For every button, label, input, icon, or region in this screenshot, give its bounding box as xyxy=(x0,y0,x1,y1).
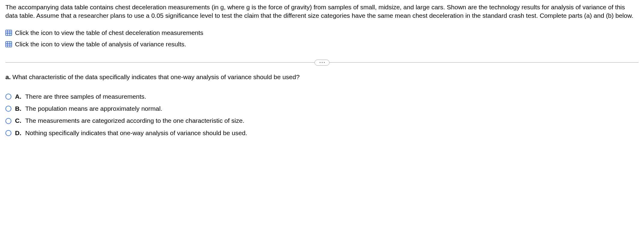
option-text: The population means are approximately n… xyxy=(25,104,162,113)
option-letter: D. xyxy=(15,129,22,137)
ellipsis-icon xyxy=(324,62,325,63)
option-text: Nothing specifically indicates that one-… xyxy=(25,129,247,137)
option-b[interactable]: B. The population means are approximatel… xyxy=(5,103,639,115)
svg-rect-0 xyxy=(6,30,12,36)
table-icon xyxy=(5,41,12,48)
view-measurements-link[interactable]: Click the icon to view the table of ches… xyxy=(5,29,639,37)
option-d[interactable]: D. Nothing specifically indicates that o… xyxy=(5,127,639,139)
table-icon xyxy=(5,29,12,36)
option-c[interactable]: C. The measurements are categorized acco… xyxy=(5,115,639,127)
option-letter: A. xyxy=(15,92,22,101)
attachment-links: Click the icon to view the table of ches… xyxy=(5,29,639,49)
section-divider xyxy=(5,62,639,63)
ellipsis-icon xyxy=(322,62,323,63)
view-anova-label: Click the icon to view the table of anal… xyxy=(15,40,186,48)
ellipsis-icon xyxy=(320,62,320,63)
option-letter: B. xyxy=(15,104,22,113)
question-text: What characteristic of the data specific… xyxy=(12,73,299,80)
question-page: The accompanying data table contains che… xyxy=(0,0,644,157)
expand-toggle[interactable] xyxy=(314,60,330,66)
intro-paragraph: The accompanying data table contains che… xyxy=(5,3,639,20)
option-letter: C. xyxy=(15,116,22,125)
radio-icon xyxy=(5,130,11,136)
radio-icon xyxy=(5,118,11,124)
radio-icon xyxy=(5,94,11,100)
answer-options: A. There are three samples of measuremen… xyxy=(5,91,639,139)
option-text: The measurements are categorized accordi… xyxy=(25,116,245,125)
svg-rect-5 xyxy=(6,42,12,47)
radio-icon xyxy=(5,106,11,112)
option-a[interactable]: A. There are three samples of measuremen… xyxy=(5,91,639,103)
view-anova-link[interactable]: Click the icon to view the table of anal… xyxy=(5,40,639,48)
question-a: a. What characteristic of the data speci… xyxy=(5,73,639,81)
question-label: a. xyxy=(5,73,11,80)
view-measurements-label: Click the icon to view the table of ches… xyxy=(15,29,203,37)
option-text: There are three samples of measurements. xyxy=(25,92,146,101)
